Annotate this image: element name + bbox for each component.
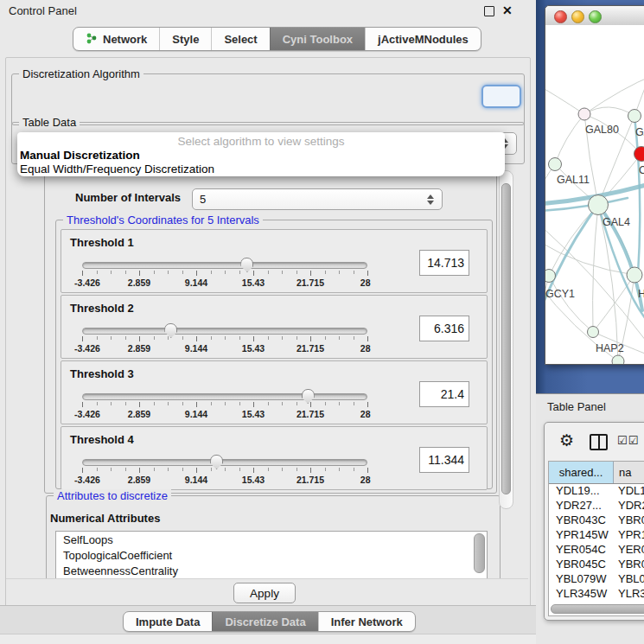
desktop-background: GAL80GACGAL11GAL4GCY1HHAP2 Table Panel ⚙… [536, 0, 644, 644]
table-toolbar: ⚙ ☑☑ [545, 423, 644, 459]
control-panel-window: Control Panel ✕ Network Style Select Cyn… [0, 0, 536, 644]
attributes-group: Attributes to discretize Numerical Attri… [46, 495, 501, 578]
group-label: Threshold's Coordinates for 5 Intervals [63, 214, 263, 226]
control-panel-footer [0, 634, 536, 644]
threshold-1-value-field[interactable] [419, 250, 469, 276]
column-header-name[interactable]: na [614, 462, 644, 483]
cyni-toolbox-panel: Discretization Algorithm Table Data galF… [5, 57, 531, 607]
network-edge[interactable] [549, 276, 593, 332]
threshold-2-slider[interactable]: -3.4262.8599.14415.4321.71528 [82, 325, 367, 358]
network-edge[interactable] [584, 75, 644, 114]
network-node[interactable] [628, 110, 641, 123]
bottom-tab-strip: Impute Data Discretize Data Infer Networ… [0, 605, 536, 634]
tab-cyni-toolbox[interactable]: Cyni Toolbox [270, 28, 365, 50]
network-edge[interactable] [545, 86, 584, 114]
table-row[interactable]: YBL079WYBL0 [549, 572, 644, 587]
minimize-traffic-light-icon[interactable] [571, 10, 584, 23]
node-label: GAL11 [557, 174, 590, 186]
network-node[interactable] [627, 267, 642, 283]
network-node[interactable] [578, 108, 590, 120]
algorithm-combobox[interactable] [481, 85, 521, 108]
screen: Control Panel ✕ Network Style Select Cyn… [0, 0, 644, 644]
panel-scrollbar[interactable] [499, 170, 513, 509]
dropdown-option-manual[interactable]: Manual Discretization [20, 149, 140, 162]
zoom-traffic-light-icon[interactable] [589, 10, 602, 23]
list-item[interactable]: SelfLoops [56, 532, 487, 547]
column-header-shared-name[interactable]: shared... [549, 462, 614, 483]
slider-track[interactable] [82, 262, 367, 269]
list-item[interactable]: BetweennessCentrality [56, 563, 487, 578]
table-row[interactable]: YDL19...YDL1 [549, 484, 644, 499]
node-label: H [638, 288, 644, 300]
threshold-1-slider[interactable]: -3.4262.8599.14415.4321.71528 [82, 259, 367, 292]
table-row[interactable]: YBR045CYBR0 [549, 558, 644, 572]
stepper-arrows-icon [427, 194, 434, 205]
threshold-3-panel: Threshold 3 -3.4262.8599.14415.4321.7152… [61, 360, 488, 424]
dropdown-option-equal-width[interactable]: Equal Width/Frequency Discretization [20, 163, 214, 175]
network-node[interactable] [634, 147, 644, 162]
table-rows: YDL19...YDL1YDR27...YDR2YBR043CYBR0YPR14… [549, 484, 644, 615]
apply-button[interactable]: Apply [233, 583, 296, 603]
network-node[interactable] [588, 327, 599, 338]
list-scrollbar[interactable] [474, 533, 485, 573]
table-horizontal-scrollbar[interactable] [551, 604, 644, 614]
numerical-attributes-list[interactable]: SelfLoopsTopologicalCoefficientBetweenne… [55, 531, 488, 578]
gear-icon[interactable]: ⚙ [559, 430, 574, 450]
network-edge[interactable] [555, 114, 584, 164]
slider-ticks [82, 336, 367, 342]
tab-impute-data[interactable]: Impute Data [124, 612, 212, 631]
interval-definition-group: Interval Definition Number of Intervals … [44, 170, 497, 494]
network-edge[interactable] [593, 205, 598, 332]
apply-strip: Apply [6, 578, 528, 606]
slider-track[interactable] [82, 328, 367, 335]
scrollbar-thumb[interactable] [501, 183, 511, 494]
slider-track[interactable] [82, 393, 367, 400]
tab-jactivemnodules[interactable]: jActiveMNodules [365, 28, 481, 50]
slider-track[interactable] [82, 459, 367, 466]
threshold-label: Threshold 2 [70, 302, 134, 315]
threshold-2-value-field[interactable] [419, 316, 469, 341]
columns-icon[interactable] [590, 434, 608, 450]
slider-ticks [82, 402, 367, 408]
table-row[interactable]: YBR043CYBR0 [549, 513, 644, 528]
tab-discretize-data[interactable]: Discretize Data [212, 612, 317, 631]
network-node[interactable] [589, 195, 609, 215]
slider-ticks [82, 271, 367, 277]
list-item[interactable]: TopologicalCoefficient [56, 547, 487, 563]
table-row[interactable]: YPR145WYPR1 [549, 528, 644, 543]
settings-scroll-panel: Interval Definition Number of Intervals … [11, 167, 525, 578]
node-label: GAL4 [603, 216, 630, 228]
threshold-3-slider[interactable]: -3.4262.8599.14415.4321.71528 [82, 391, 367, 424]
close-icon[interactable]: ✕ [502, 3, 513, 17]
tab-style[interactable]: Style [159, 28, 211, 50]
network-edge[interactable] [584, 107, 634, 116]
node-label: C [639, 164, 644, 176]
slider-tick-labels: -3.4262.8599.14415.4321.71528 [82, 277, 367, 288]
network-window-titlebar [545, 6, 644, 26]
table-row[interactable]: YDR27...YDR2 [549, 499, 644, 513]
threshold-label: Threshold 1 [70, 236, 134, 249]
table-panel-title: Table Panel [547, 400, 606, 413]
threshold-3-value-field[interactable] [419, 381, 469, 407]
table-row[interactable]: YER054CYER0 [549, 543, 644, 558]
dropdown-placeholder[interactable]: Select algorithm to view settings [17, 135, 505, 148]
tab-select[interactable]: Select [211, 28, 269, 50]
threshold-4-slider[interactable]: -3.4262.8599.14415.4321.71528 [82, 456, 367, 489]
checkbox-icons[interactable]: ☑☑ [617, 434, 639, 447]
tab-network[interactable]: Network [73, 28, 159, 50]
num-intervals-value: 5 [200, 193, 206, 206]
table-row[interactable]: YLR345WYLR3 [549, 587, 644, 602]
float-icon[interactable] [484, 6, 494, 16]
close-traffic-light-icon[interactable] [554, 10, 567, 23]
network-node[interactable] [549, 158, 562, 171]
tab-infer-network[interactable]: Infer Network [318, 612, 415, 631]
network-node[interactable] [545, 270, 556, 283]
network-node[interactable] [612, 355, 624, 364]
network-canvas[interactable]: GAL80GACGAL11GAL4GCY1HHAP2 [545, 25, 644, 364]
threshold-4-value-field[interactable] [419, 447, 469, 473]
table-header: shared... na [549, 462, 644, 484]
network-edge-selected[interactable] [634, 116, 640, 274]
num-intervals-combobox[interactable]: 5 [192, 188, 443, 210]
node-label: HAP2 [596, 342, 624, 354]
num-intervals-label: Number of Intervals [75, 191, 181, 204]
